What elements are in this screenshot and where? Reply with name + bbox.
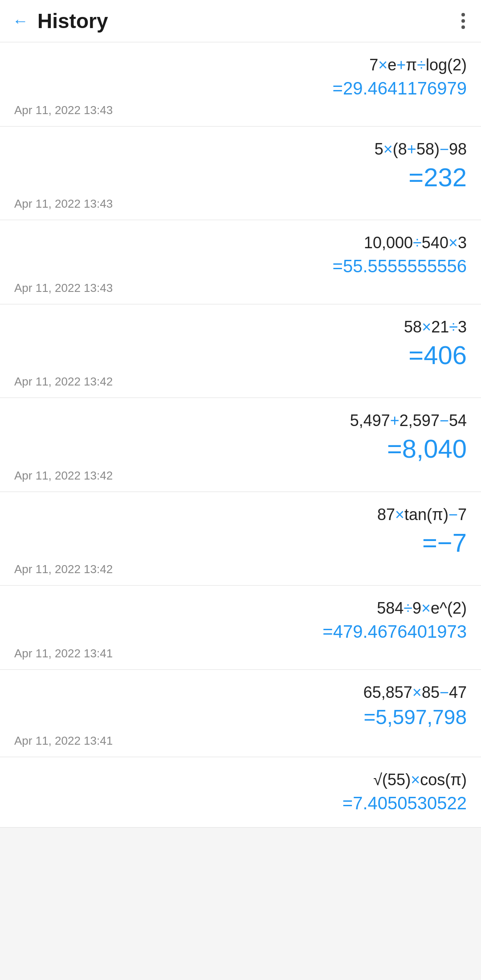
expression-text: 87×tan(π)−7 [14,504,467,525]
history-item[interactable]: √(55)×cos(π) =7.4050530522 [0,757,481,828]
timestamp-text: Apr 11, 2022 13:42 [14,375,467,389]
expression-text: 5,497+2,597−54 [14,410,467,431]
more-dot-3 [461,25,465,29]
result-text: =29.4641176979 [14,78,467,99]
result-text: =8,040 [14,433,467,464]
expression-text: 5×(8+58)−98 [14,139,467,160]
result-text: =7.4050530522 [14,792,467,814]
back-button[interactable]: ← [12,13,29,29]
history-item[interactable]: 10,000÷540×3 =55.5555555556 Apr 11, 2022… [0,220,481,304]
history-item[interactable]: 7×e+π÷log(2) =29.4641176979 Apr 11, 2022… [0,42,481,127]
timestamp-text: Apr 11, 2022 13:41 [14,734,467,748]
history-list: 7×e+π÷log(2) =29.4641176979 Apr 11, 2022… [0,42,481,828]
expression-text: 58×21÷3 [14,317,467,338]
expression-text: 584÷9×e^(2) [14,598,467,619]
history-item[interactable]: 584÷9×e^(2) =479.4676401973 Apr 11, 2022… [0,586,481,670]
timestamp-text: Apr 11, 2022 13:42 [14,562,467,576]
app-header: ← History [0,0,481,42]
expression-text: 7×e+π÷log(2) [14,55,467,76]
page-title: History [37,9,108,33]
history-item[interactable]: 58×21÷3 =406 Apr 11, 2022 13:42 [0,304,481,398]
history-item[interactable]: 5×(8+58)−98 =232 Apr 11, 2022 13:43 [0,127,481,220]
result-text: =232 [14,162,467,193]
timestamp-text: Apr 11, 2022 13:42 [14,469,467,483]
more-options-button[interactable] [458,9,469,33]
expression-text: √(55)×cos(π) [14,770,467,791]
expression-text: 10,000÷540×3 [14,233,467,254]
timestamp-text: Apr 11, 2022 13:43 [14,103,467,117]
result-text: =406 [14,340,467,371]
timestamp-text: Apr 11, 2022 13:41 [14,647,467,660]
expression-text: 65,857×85−47 [14,682,467,703]
result-text: =55.5555555556 [14,255,467,277]
more-dot-1 [461,13,465,16]
timestamp-text: Apr 11, 2022 13:43 [14,281,467,295]
result-text: =5,597,798 [14,705,467,730]
more-dot-2 [461,19,465,23]
header-left: ← History [12,9,108,33]
result-text: =−7 [14,527,467,558]
history-item[interactable]: 65,857×85−47 =5,597,798 Apr 11, 2022 13:… [0,670,481,757]
history-item[interactable]: 5,497+2,597−54 =8,040 Apr 11, 2022 13:42 [0,398,481,492]
history-item[interactable]: 87×tan(π)−7 =−7 Apr 11, 2022 13:42 [0,492,481,586]
timestamp-text: Apr 11, 2022 13:43 [14,197,467,211]
result-text: =479.4676401973 [14,621,467,642]
